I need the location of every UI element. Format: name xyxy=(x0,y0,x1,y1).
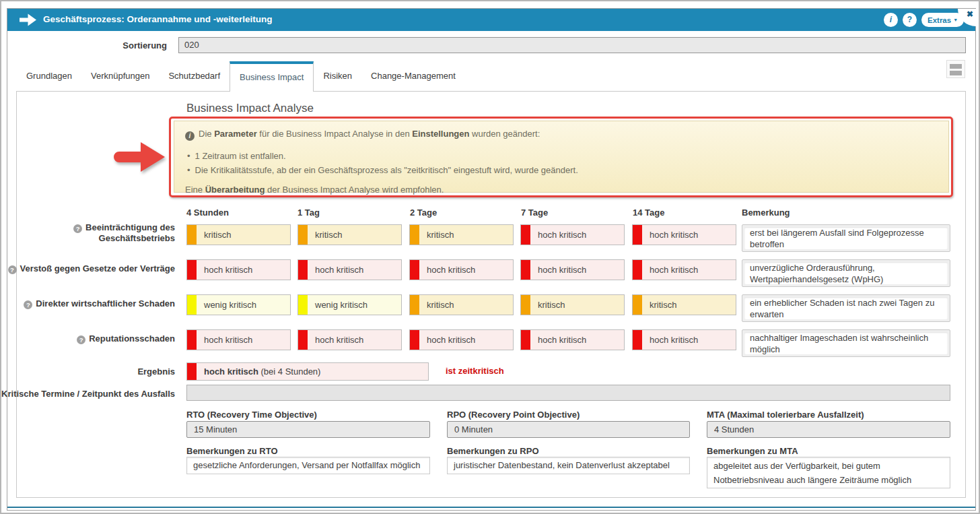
sortierung-input[interactable]: 020 xyxy=(178,37,966,53)
rating-color-bar xyxy=(187,295,197,315)
row-label-text: Direkter wirtschaftlicher Schaden xyxy=(36,298,175,309)
result-label: Ergebnis xyxy=(137,366,175,377)
help-icon[interactable]: ? xyxy=(77,335,85,344)
rating-select[interactable]: hoch kritisch xyxy=(186,329,291,350)
rating-color-bar xyxy=(298,225,308,245)
rating-color-bar xyxy=(521,295,530,315)
rto-note-input[interactable]: gesetzliche Anforderungen, Versand per N… xyxy=(186,457,430,474)
rating-value: hoch kritisch xyxy=(204,330,290,350)
rating-color-bar xyxy=(521,330,530,350)
rating-select[interactable]: hoch kritisch xyxy=(409,259,514,280)
notice-text: Die xyxy=(199,129,214,139)
close-icon[interactable]: ✖ xyxy=(967,9,973,19)
rating-value: hoch kritisch xyxy=(538,260,624,280)
rating-select[interactable]: kritisch xyxy=(409,224,514,245)
rating-select[interactable]: wenig kritisch xyxy=(186,294,291,315)
help-icon[interactable]: ? xyxy=(24,300,32,309)
critical-dates-input[interactable] xyxy=(186,385,950,401)
row-label-text: Reputationsschaden xyxy=(89,333,175,344)
sortierung-label: Sortierung xyxy=(123,40,167,51)
rating-color-bar xyxy=(187,260,197,280)
rating-select[interactable]: hoch kritisch xyxy=(409,329,514,350)
mta-label: MTA (Maximal tolerierbare Ausfallzeit) xyxy=(707,410,950,420)
rto-label: RTO (Recovery Time Objective) xyxy=(186,410,430,420)
rating-color-bar xyxy=(633,225,642,245)
rating-select[interactable]: hoch kritisch xyxy=(298,259,402,280)
rpo-input[interactable]: 0 Minuten xyxy=(447,421,690,438)
rating-select[interactable]: hoch kritisch xyxy=(520,259,625,280)
rating-select[interactable]: hoch kritisch xyxy=(632,224,736,245)
help-icon[interactable]: ? xyxy=(73,224,82,233)
rating-color-bar xyxy=(298,330,308,350)
rating-color-bar xyxy=(521,225,530,245)
rating-color-bar xyxy=(187,330,197,350)
rating-value: kritisch xyxy=(538,295,624,315)
rating-select[interactable]: hoch kritisch xyxy=(186,259,291,280)
footer-divider xyxy=(7,507,975,508)
rating-select[interactable]: kritisch xyxy=(409,294,514,315)
rating-color-bar xyxy=(187,225,197,245)
rating-value: hoch kritisch xyxy=(538,330,624,350)
extras-menu-button[interactable]: Extras▼ xyxy=(921,13,964,27)
rating-value: hoch kritisch xyxy=(315,330,401,350)
row-label-reputation: ?Reputationsschaden xyxy=(77,333,175,344)
notice-text-bold: Einstellungen xyxy=(412,129,469,139)
remark-field[interactable]: nachhaltiger Imageschaden ist wahrschein… xyxy=(742,329,950,357)
mta-input[interactable]: 4 Stunden xyxy=(707,421,950,438)
rating-select[interactable]: kritisch xyxy=(632,294,736,315)
page-title: Geschäftsprozess: Orderannahme und -weit… xyxy=(43,14,273,24)
row-label-geschaeftsbetrieb: ?Beeinträchtigung des Geschäftsbetriebs xyxy=(50,222,175,244)
remark-field[interactable]: erst bei längerem Ausfall sind Folgeproz… xyxy=(742,224,950,252)
chevron-down-icon: ▼ xyxy=(953,18,958,22)
help-button[interactable]: ? xyxy=(903,13,917,27)
tab-change-management[interactable]: Change-Management xyxy=(361,61,465,92)
rating-select[interactable]: hoch kritisch xyxy=(520,224,625,245)
rating-select[interactable]: hoch kritisch xyxy=(298,329,402,350)
rating-value: kritisch xyxy=(650,295,736,315)
rating-select[interactable]: hoch kritisch xyxy=(520,329,625,350)
info-button[interactable]: i xyxy=(884,13,898,27)
rpo-note-input[interactable]: juristischer Datenbestand, kein Datenver… xyxy=(447,457,690,474)
rating-select[interactable]: kritisch xyxy=(186,224,291,245)
rating-select[interactable]: wenig kritisch xyxy=(298,294,402,315)
rating-color-bar xyxy=(298,295,308,315)
remark-field[interactable]: unverzügliche Orderausführung, Wertpapie… xyxy=(742,259,950,287)
rating-value: wenig kritisch xyxy=(204,295,290,315)
row-label-gesetze: ?Verstoß gegen Gesetze oder Verträge xyxy=(8,263,175,274)
tab-verknuepfungen[interactable]: Verknüpfungen xyxy=(81,61,159,92)
rating-value: hoch kritisch xyxy=(427,330,513,350)
rating-value: wenig kritisch xyxy=(315,295,401,315)
rating-value: kritisch xyxy=(315,225,401,245)
remark-text: nachhaltiger Imageschaden ist wahrschein… xyxy=(744,332,948,354)
process-arrow-icon xyxy=(19,13,37,27)
rpo-note-label: Bemerkungen zu RPO xyxy=(447,446,690,456)
help-icon[interactable]: ? xyxy=(8,265,17,274)
mta-note-input[interactable]: abgeleitet aus der Verfügbarkeit, bei gu… xyxy=(707,457,950,488)
rating-value: kritisch xyxy=(427,295,513,315)
info-icon: i xyxy=(185,131,195,141)
remark-field[interactable]: ein erheblicher Schaden ist nach zwei Ta… xyxy=(742,294,950,322)
column-header: Bemerkung xyxy=(742,207,790,218)
mta-note-label: Bemerkungen zu MTA xyxy=(707,446,950,456)
rto-input[interactable]: 15 Minuten xyxy=(186,421,430,438)
rating-select[interactable]: kritisch xyxy=(520,294,625,315)
column-header: 14 Tage xyxy=(633,207,664,218)
rating-color-bar xyxy=(298,260,308,280)
tab-schutzbedarf[interactable]: Schutzbedarf xyxy=(159,61,230,92)
section-heading: Business Impact Analyse xyxy=(186,102,314,115)
tab-business-impact[interactable]: Business Impact xyxy=(230,61,314,92)
rating-select[interactable]: hoch kritisch xyxy=(632,259,736,280)
extras-label: Extras xyxy=(928,16,951,24)
row-label-schaden: ?Direkter wirtschaftlicher Schaden xyxy=(24,298,175,309)
result-value: hoch kritisch (bei 4 Stunden) xyxy=(204,363,428,380)
notice-text-bold: Überarbeitung xyxy=(205,185,265,195)
rating-select[interactable]: hoch kritisch xyxy=(632,329,736,350)
time-critical-flag: ist zeitkritisch xyxy=(446,366,504,376)
rating-value: hoch kritisch xyxy=(427,260,513,280)
rating-value: hoch kritisch xyxy=(650,225,736,245)
row-label-text: Beeinträchtigung des Geschäftsbetriebs xyxy=(85,222,175,243)
rating-select[interactable]: kritisch xyxy=(298,224,402,245)
tab-risiken[interactable]: Risiken xyxy=(314,61,361,92)
tab-grundlagen[interactable]: Grundlagen xyxy=(17,61,81,92)
layout-toggle-icon[interactable] xyxy=(946,60,965,78)
